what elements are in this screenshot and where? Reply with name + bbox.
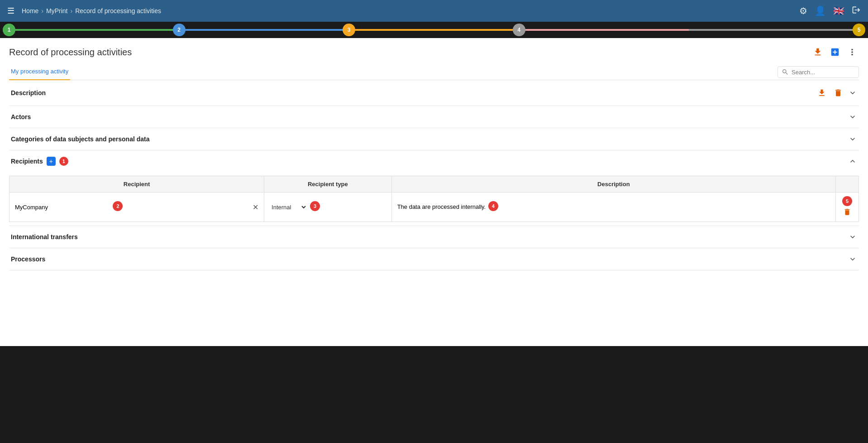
processors-actions	[848, 255, 857, 264]
recipients-actions	[848, 157, 857, 166]
breadcrumb-sep-2: ›	[70, 7, 72, 14]
section-actors: Actors	[9, 106, 859, 128]
topbar-right: ⚙ 👤 🇬🇧	[799, 5, 861, 16]
recipient-cell-inner: MyCompany 2 ✕	[15, 202, 258, 212]
section-processors: Processors	[9, 248, 859, 270]
categories-header[interactable]: Categories of data subjects and personal…	[9, 128, 859, 150]
row-delete-cell: 5	[836, 193, 859, 222]
progress-node-1[interactable]: 1	[3, 24, 15, 36]
actors-title: Actors	[11, 113, 31, 120]
international-transfers-chevron-icon	[848, 232, 857, 241]
page-title: Record of processing activities	[9, 47, 132, 58]
processors-chevron-icon	[848, 255, 857, 264]
annotation-badge-2: 2	[113, 201, 123, 211]
breadcrumb-myprint[interactable]: MyPrint	[46, 7, 67, 14]
processors-title: Processors	[11, 255, 45, 263]
settings-icon[interactable]: ⚙	[799, 5, 807, 16]
progress-node-2[interactable]: 2	[173, 24, 186, 36]
section-description: Description	[9, 80, 859, 106]
categories-actions	[848, 135, 857, 144]
table-header-row: Recipient Recipient type Description	[10, 176, 859, 193]
section-categories: Categories of data subjects and personal…	[9, 128, 859, 150]
breadcrumb-sep-1: ›	[41, 7, 43, 14]
tab-my-processing-activity[interactable]: My processing activity	[9, 64, 70, 80]
recipients-header-row: Recipients + 1	[11, 157, 68, 166]
menu-icon[interactable]: ☰	[7, 6, 14, 16]
add-record-button[interactable]	[828, 45, 842, 59]
breadcrumb: Home › MyPrint › Record of processing ac…	[22, 7, 161, 14]
recipient-name: MyCompany	[15, 204, 48, 211]
progress-nodes: 1 2 3 4 5	[9, 22, 859, 38]
international-transfers-header[interactable]: International transfers	[9, 226, 859, 248]
recipient-type-inner: Internal External Third party 3	[270, 202, 386, 212]
recipients-add-button[interactable]: +	[47, 157, 56, 166]
table-row: MyCompany 2 ✕ Internal External Third pa…	[10, 193, 859, 222]
actors-actions	[848, 112, 857, 121]
download-button[interactable]	[811, 45, 825, 59]
description-cell: The data are processed internally. 4	[391, 193, 835, 222]
recipients-chevron-icon	[848, 157, 857, 166]
annotation-badge-3: 3	[310, 201, 320, 211]
description-title: Description	[11, 89, 46, 96]
section-international-transfers: International transfers	[9, 226, 859, 248]
recipient-type-select[interactable]: Internal External Third party	[270, 203, 307, 211]
recipients-header[interactable]: Recipients + 1	[9, 150, 859, 172]
description-chevron-icon	[848, 88, 857, 97]
categories-chevron-icon	[848, 135, 857, 144]
description-delete-button[interactable]	[832, 87, 844, 99]
annotation-badge-4: 4	[488, 201, 498, 211]
description-header[interactable]: Description	[9, 80, 859, 106]
col-recipient: Recipient	[10, 176, 264, 193]
tab-bar: My processing activity	[9, 64, 859, 80]
clear-recipient-icon[interactable]: ✕	[253, 203, 258, 212]
topbar: ☰ Home › MyPrint › Record of processing …	[0, 0, 868, 22]
logout-icon[interactable]	[852, 5, 861, 16]
recipient-cell: MyCompany 2 ✕	[10, 193, 264, 222]
search-input[interactable]	[792, 69, 855, 76]
recipients-count-badge: 1	[59, 157, 68, 166]
actors-chevron-icon	[848, 112, 857, 121]
description-text: The data are processed internally.	[397, 203, 486, 210]
breadcrumb-home[interactable]: Home	[22, 7, 38, 14]
recipients-title: Recipients	[11, 158, 43, 165]
processors-header[interactable]: Processors	[9, 248, 859, 270]
recipient-type-cell: Internal External Third party 3	[264, 193, 392, 222]
col-recipient-type: Recipient type	[264, 176, 392, 193]
description-download-button[interactable]	[816, 87, 828, 99]
main-content: Record of processing activities My proce…	[0, 38, 868, 346]
progress-node-5[interactable]: 5	[853, 24, 865, 36]
actors-header[interactable]: Actors	[9, 106, 859, 128]
topbar-left: ☰ Home › MyPrint › Record of processing …	[7, 6, 799, 16]
page-header-actions	[811, 45, 859, 59]
col-description: Description	[391, 176, 835, 193]
more-options-button[interactable]	[845, 45, 859, 59]
international-transfers-actions	[848, 232, 857, 241]
categories-title: Categories of data subjects and personal…	[11, 135, 150, 143]
col-actions	[836, 176, 859, 193]
search-box	[777, 66, 859, 78]
breadcrumb-current: Record of processing activities	[75, 7, 161, 14]
page-header: Record of processing activities	[9, 45, 859, 59]
progress-node-3[interactable]: 3	[343, 24, 355, 36]
progress-node-4[interactable]: 4	[513, 24, 525, 36]
search-icon	[782, 68, 789, 76]
progress-bar-container: 1 2 3 4 5	[0, 22, 868, 38]
international-transfers-title: International transfers	[11, 233, 78, 241]
recipients-table: Recipient Recipient type Description MyC…	[9, 176, 859, 222]
description-actions	[816, 87, 857, 99]
row-delete-button[interactable]	[841, 206, 853, 218]
flag-icon[interactable]: 🇬🇧	[833, 5, 844, 16]
user-icon[interactable]: 👤	[815, 5, 826, 16]
section-recipients: Recipients + 1 Recipient Recipient type …	[9, 150, 859, 226]
annotation-badge-5: 5	[842, 196, 852, 206]
